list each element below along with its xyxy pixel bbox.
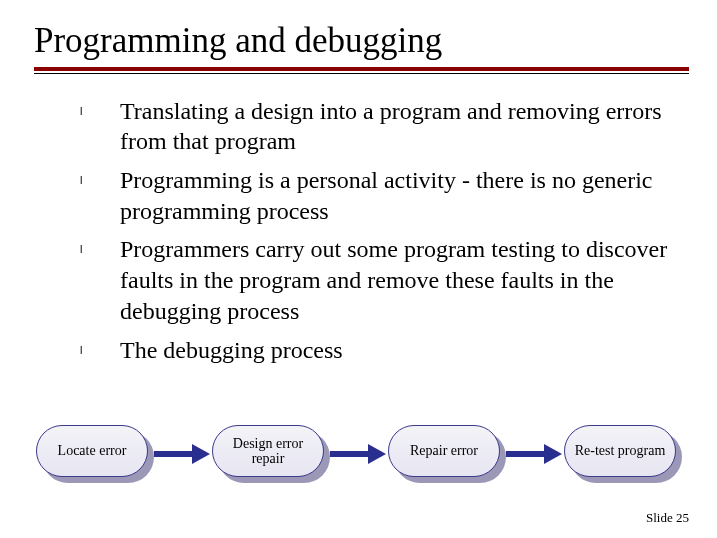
node-repair-error: Repair error	[388, 425, 500, 477]
node-label: Repair error	[410, 443, 478, 458]
node-design-error-repair: Design error repair	[212, 425, 324, 477]
bullet-text: Programming is a personal activity - the…	[120, 167, 653, 224]
bullet-text: Programmers carry out some program testi…	[120, 236, 667, 323]
diagram-node: Locate error	[36, 425, 152, 483]
footer-number: 25	[676, 510, 689, 525]
node-label: Re-test program	[575, 443, 666, 458]
arrow-right-icon	[330, 444, 386, 464]
slide-title: Programming and debugging	[34, 22, 689, 61]
title-rule-thin	[34, 73, 689, 74]
arrow-right-icon	[506, 444, 562, 464]
bullet-item: Programming is a personal activity - the…	[80, 165, 683, 226]
title-rule-thick	[34, 67, 689, 71]
diagram-node: Design error repair	[212, 425, 328, 483]
node-locate-error: Locate error	[36, 425, 148, 477]
node-retest-program: Re-test program	[564, 425, 676, 477]
slide-footer: Slide 25	[646, 510, 689, 526]
diagram-node: Re-test program	[564, 425, 680, 483]
bullet-text: The debugging process	[120, 337, 343, 363]
bullet-item: Programmers carry out some program testi…	[80, 234, 683, 326]
bullet-item: The debugging process	[80, 335, 683, 366]
diagram-node: Repair error	[388, 425, 504, 483]
debugging-process-diagram: Locate error Design error repair Repair …	[36, 418, 680, 490]
node-label: Design error repair	[221, 436, 315, 466]
footer-label: Slide	[646, 510, 673, 525]
bullet-text: Translating a design into a program and …	[120, 98, 662, 155]
bullet-list: Translating a design into a program and …	[80, 96, 683, 366]
node-label: Locate error	[58, 443, 127, 458]
bullet-item: Translating a design into a program and …	[80, 96, 683, 157]
arrow-right-icon	[154, 444, 210, 464]
slide-body: Programming and debugging Translating a …	[0, 0, 717, 538]
